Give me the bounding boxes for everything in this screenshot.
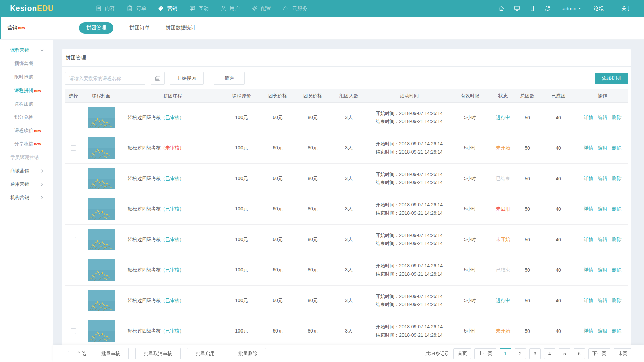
course-name: 轻松过四级考核 <box>128 237 161 242</box>
topnav-item-cloud[interactable]: 云服务 <box>282 5 307 12</box>
delete-link[interactable]: 删除 <box>612 237 622 242</box>
topnav-item-users[interactable]: 用户 <box>220 5 240 12</box>
sidebar-item-course-group-buying[interactable]: 课程拼团new <box>0 84 53 97</box>
cell-leader-price: 60元 <box>258 255 298 285</box>
page-button-4[interactable]: 4 <box>544 348 555 359</box>
tab-group-statistics[interactable]: 拼团数据统计 <box>166 22 196 34</box>
cell-group-size: 3人 <box>328 255 370 285</box>
edit-link[interactable]: 编辑 <box>598 298 607 303</box>
course-name: 轻松过四级考核 <box>128 176 161 181</box>
sidebar-item-points-exchange[interactable]: 积分兑换 <box>0 111 53 124</box>
topnav-item-content[interactable]: 内容 <box>95 5 115 12</box>
row-checkbox[interactable] <box>71 237 76 242</box>
delete-link[interactable]: 删除 <box>612 145 622 150</box>
batch-cancel-audit-button[interactable]: 批量取消审核 <box>135 348 181 359</box>
sidebar-item-course-marketing[interactable]: 课程营销 <box>0 44 53 57</box>
topnav-item-marketing[interactable]: 营销 <box>158 5 177 12</box>
cell-member-price: 80元 <box>298 255 328 285</box>
edit-link[interactable]: 编辑 <box>598 176 607 181</box>
delete-link[interactable]: 删除 <box>612 328 622 334</box>
page-button-6[interactable]: 6 <box>574 348 585 359</box>
sidebar-item-bundle-package[interactable]: 捆绑套餐 <box>0 57 53 70</box>
detail-link[interactable]: 详情 <box>584 145 593 150</box>
new-badge: new <box>34 89 41 93</box>
detail-link[interactable]: 详情 <box>584 267 593 273</box>
sidebar-item-course-groupon[interactable]: 课程团购 <box>0 97 53 111</box>
edit-link[interactable]: 编辑 <box>598 237 607 242</box>
page-button-5[interactable]: 5 <box>559 348 570 359</box>
cell-select <box>65 102 82 133</box>
page-button-1[interactable]: 1 <box>500 348 511 359</box>
delete-link[interactable]: 删除 <box>612 206 622 212</box>
detail-link[interactable]: 详情 <box>584 176 593 181</box>
detail-link[interactable]: 详情 <box>584 206 593 212</box>
first-page-button[interactable]: 首页 <box>453 348 471 359</box>
filter-button[interactable]: 筛选 <box>214 72 245 85</box>
batch-delete-button[interactable]: 批量删除 <box>230 348 266 359</box>
sidebar-item-course-bargain[interactable]: 课程砍价new <box>0 124 53 137</box>
sidebar-item-org-marketing[interactable]: 机构营销 <box>0 191 53 204</box>
tab-group-orders[interactable]: 拼团订单 <box>129 22 150 34</box>
row-checkbox[interactable] <box>71 328 76 334</box>
batch-audit-button[interactable]: 批量审核 <box>93 348 129 359</box>
detail-link[interactable]: 详情 <box>584 298 593 303</box>
topnav-link-about[interactable]: 关于 <box>621 5 631 12</box>
edit-link[interactable]: 编辑 <box>598 145 607 150</box>
topnav-item-orders[interactable]: 订单 <box>126 5 146 12</box>
topnav-link-forum[interactable]: 论坛 <box>594 5 604 12</box>
chevron-down-icon <box>40 48 44 52</box>
prev-page-button[interactable]: 上一页 <box>474 348 496 359</box>
edit-link[interactable]: 编辑 <box>598 115 607 120</box>
topnav-item-interaction[interactable]: 互动 <box>189 5 209 12</box>
sidebar-item-student-cashback[interactable]: 学员返现营销 <box>0 151 53 164</box>
tab-group-management[interactable]: 拼团管理 <box>79 22 113 34</box>
add-group-button[interactable]: 添加拼团 <box>595 73 628 84</box>
detail-link[interactable]: 详情 <box>584 237 593 242</box>
sidebar-item-mall-marketing[interactable]: 商城营销 <box>0 164 53 178</box>
app-logo: KesionEDU <box>10 4 54 13</box>
start-time: 开始时间：2018-09-07 14:26:14 <box>376 110 443 117</box>
audit-status: （已审核） <box>161 115 184 120</box>
chat-icon <box>189 5 196 12</box>
sidebar-item-flash-sale[interactable]: 限时抢购 <box>0 70 53 84</box>
delete-link[interactable]: 删除 <box>612 176 622 181</box>
select-all-checkbox[interactable] <box>68 351 73 356</box>
cell-group-size: 3人 <box>328 102 370 133</box>
cell-cover <box>82 133 120 163</box>
delete-link[interactable]: 删除 <box>612 115 622 120</box>
edit-link[interactable]: 编辑 <box>598 328 607 334</box>
row-checkbox[interactable] <box>71 145 76 151</box>
edit-link[interactable]: 编辑 <box>598 206 607 212</box>
sidebar-item-general-marketing[interactable]: 通用营销 <box>0 178 53 191</box>
admin-menu[interactable]: admin <box>562 6 581 11</box>
toolbar: 开始搜索 筛选 添加拼团 <box>62 67 631 85</box>
last-page-button[interactable]: 末页 <box>614 348 631 359</box>
detail-link[interactable]: 详情 <box>584 328 593 334</box>
home-icon[interactable] <box>498 5 505 12</box>
page-button-2[interactable]: 2 <box>515 348 526 359</box>
cell-leader-price: 60元 <box>258 285 298 316</box>
course-name: 轻松过四级考核 <box>128 206 161 212</box>
detail-link[interactable]: 详情 <box>584 115 593 120</box>
delete-link[interactable]: 删除 <box>612 267 622 273</box>
mobile-icon[interactable] <box>529 5 536 12</box>
batch-enable-button[interactable]: 批量启用 <box>187 348 223 359</box>
cell-course: 轻松过四级考核（未审核） <box>120 133 225 163</box>
cell-activity-time: 开始时间：2018-09-07 14:26:14结束时间：2018-09-21 … <box>370 102 448 133</box>
cell-activity-time: 开始时间：2018-09-07 14:26:14结束时间：2018-09-21 … <box>370 316 448 346</box>
start-search-button[interactable]: 开始搜索 <box>170 72 204 85</box>
status-badge: 已结束 <box>496 267 510 273</box>
delete-link[interactable]: 删除 <box>612 298 622 303</box>
sidebar-item-share-income[interactable]: 分享收益new <box>0 137 53 151</box>
next-page-button[interactable]: 下一页 <box>588 348 610 359</box>
refresh-icon[interactable] <box>544 5 551 12</box>
search-input[interactable] <box>65 72 145 85</box>
page-button-3[interactable]: 3 <box>529 348 541 359</box>
edit-link[interactable]: 编辑 <box>598 267 607 273</box>
cell-select <box>65 133 82 163</box>
topnav-item-config[interactable]: 配置 <box>251 5 271 12</box>
calendar-button[interactable] <box>151 72 165 85</box>
select-all-label: 全选 <box>77 351 86 357</box>
topnav-right-icons <box>498 5 551 12</box>
monitor-icon[interactable] <box>514 5 520 12</box>
